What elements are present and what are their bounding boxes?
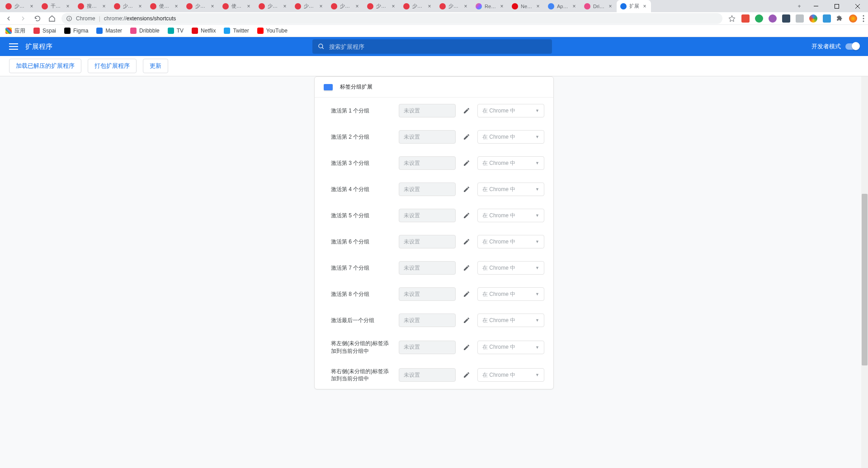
tab-close-icon[interactable]: × (535, 4, 541, 9)
tab-label: Rece... (485, 4, 496, 9)
tab-close-icon[interactable]: × (608, 4, 613, 9)
bookmark-label: Twitter (233, 28, 249, 34)
tab-favicon (439, 3, 446, 9)
browser-tab[interactable]: 少数... × (255, 0, 291, 12)
browser-tab[interactable]: 使用... × (219, 0, 255, 12)
bookmark-item[interactable]: Netflix (192, 28, 216, 34)
tab-close-icon[interactable]: × (463, 4, 468, 9)
bookmark-label: 应用 (14, 27, 25, 35)
search-box[interactable] (312, 39, 552, 54)
tab-label: 少数... (268, 3, 279, 9)
bookmark-item[interactable]: Master (96, 28, 122, 34)
tab-close-icon[interactable]: × (642, 4, 647, 9)
bookmark-item[interactable]: Dribbble (130, 28, 160, 34)
tab-label: 使用... (159, 3, 171, 9)
ext-icon-7[interactable] (823, 14, 831, 23)
search-input[interactable] (329, 43, 547, 50)
window-close[interactable] (847, 0, 868, 12)
bookmark-item[interactable]: Twitter (224, 28, 249, 34)
tab-close-icon[interactable]: × (427, 4, 432, 9)
extensions-puzzle-icon[interactable] (836, 15, 844, 22)
ext-icon-1[interactable] (741, 14, 750, 23)
browser-tab[interactable]: Netf... × (508, 0, 544, 12)
avatar[interactable] (849, 14, 857, 23)
tab-close-icon[interactable]: × (174, 4, 179, 9)
browser-tab[interactable]: App... × (544, 0, 580, 12)
ext-icon-4[interactable] (782, 14, 790, 23)
back-button[interactable] (4, 14, 14, 23)
kebab-menu-icon[interactable] (863, 15, 864, 22)
ext-icon-5[interactable] (796, 14, 804, 23)
svg-point-6 (863, 18, 864, 19)
tab-close-icon[interactable]: × (65, 4, 71, 9)
browser-tab[interactable]: 少数... × (183, 0, 219, 12)
pack-button[interactable]: 打包扩展程序 (88, 59, 137, 73)
update-button[interactable]: 更新 (143, 59, 168, 73)
extensions-toolbar: 加载已解压的扩展程序 打包扩展程序 更新 (0, 56, 868, 76)
load-unpacked-button[interactable]: 加载已解压的扩展程序 (9, 59, 81, 73)
window-maximize[interactable] (826, 0, 847, 12)
star-button[interactable] (727, 14, 737, 23)
extension-icons (741, 14, 864, 23)
new-tab-button[interactable]: + (793, 0, 806, 12)
tab-label: App... (557, 4, 569, 9)
dev-mode-label: 开发者模式 (811, 42, 841, 51)
bookmark-item[interactable]: TV (168, 28, 184, 34)
bookmark-label: TV (177, 28, 184, 34)
bookmark-item[interactable]: 应用 (5, 27, 25, 35)
tab-close-icon[interactable]: × (210, 4, 215, 9)
browser-tab[interactable]: 少数... × (400, 0, 436, 12)
tab-close-icon[interactable]: × (318, 4, 324, 9)
reload-button[interactable] (33, 14, 42, 23)
tab-close-icon[interactable]: × (246, 4, 251, 9)
tab-close-icon[interactable]: × (137, 4, 143, 9)
browser-tab[interactable]: 少数... × (291, 0, 327, 12)
dev-mode-toggle[interactable] (845, 43, 859, 50)
browser-tab[interactable]: 少数... × (363, 0, 400, 12)
tab-label: 使用... (231, 3, 243, 9)
tab-label: 少数... (14, 3, 26, 9)
browser-tab[interactable]: 使用... × (146, 0, 183, 12)
tab-favicon (259, 3, 265, 9)
browser-tab[interactable]: 少数... × (2, 0, 38, 12)
tab-favicon (476, 3, 482, 9)
info-icon (66, 15, 72, 22)
tab-favicon (620, 3, 627, 9)
bookmark-label: Sspai (42, 28, 56, 34)
omnibox[interactable]: Chrome | chrome://extensions/shortcuts (61, 13, 722, 24)
browser-tab[interactable]: 少数... × (436, 0, 472, 12)
forward-button[interactable] (18, 14, 28, 23)
bookmark-label: Dribbble (139, 28, 160, 34)
tab-close-icon[interactable]: × (101, 4, 107, 9)
tab-favicon (512, 3, 518, 9)
browser-tab[interactable]: 少数... × (110, 0, 146, 12)
tab-favicon (114, 3, 120, 9)
bookmark-item[interactable]: Sspai (33, 28, 56, 34)
tab-close-icon[interactable]: × (391, 4, 396, 9)
ext-icon-3[interactable] (769, 14, 777, 23)
browser-tab[interactable]: 少数... × (327, 0, 363, 12)
browser-tab[interactable]: 扩展 × (617, 0, 651, 12)
tab-close-icon[interactable]: × (29, 4, 34, 9)
tab-close-icon[interactable]: × (499, 4, 505, 9)
tab-label: 扩展 (629, 3, 639, 9)
svg-rect-3 (69, 18, 69, 19)
browser-tab[interactable]: Drib... × (580, 0, 617, 12)
bookmark-item[interactable]: YouTube (257, 28, 288, 34)
tab-close-icon[interactable]: × (571, 4, 577, 9)
home-button[interactable] (47, 14, 57, 23)
tab-favicon (295, 3, 301, 9)
tab-close-icon[interactable]: × (354, 4, 360, 9)
bookmark-icon (257, 28, 264, 34)
browser-tab[interactable]: Rece... × (472, 0, 508, 12)
tab-close-icon[interactable]: × (282, 4, 288, 9)
bookmark-label: YouTube (266, 28, 288, 34)
tab-favicon (78, 3, 84, 9)
browser-tab[interactable]: 搜索... × (74, 0, 110, 12)
browser-tab[interactable]: 干掉... × (38, 0, 74, 12)
window-minimize[interactable] (806, 0, 826, 12)
ext-icon-2[interactable] (755, 14, 763, 23)
ext-icon-6[interactable] (809, 14, 817, 23)
bookmark-item[interactable]: Figma (64, 28, 88, 34)
hamburger-icon[interactable] (9, 43, 18, 50)
